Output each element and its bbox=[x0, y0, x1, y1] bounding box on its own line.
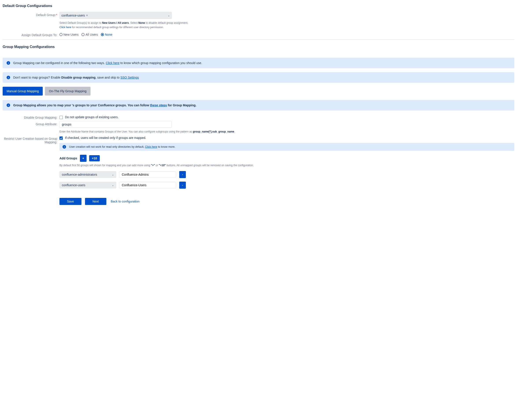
radio-icon bbox=[101, 33, 104, 36]
info-icon: i bbox=[7, 104, 10, 107]
disable-mapping-checkbox[interactable] bbox=[60, 116, 63, 119]
chevron-down-icon: ⌄ bbox=[112, 184, 114, 187]
radio-icon bbox=[60, 33, 62, 36]
radio-none[interactable]: None bbox=[101, 33, 112, 36]
info-icon: i bbox=[62, 145, 66, 149]
chevron-down-icon: ⌄ bbox=[112, 173, 114, 176]
add-group-plus-button[interactable]: + bbox=[80, 155, 87, 162]
mapping-row: confluence-users⌄- bbox=[60, 182, 514, 189]
tab-onthefly-mapping[interactable]: On-The Fly Group Mapping bbox=[45, 87, 90, 96]
disable-mapping-label: Disable Group Mapping: bbox=[3, 114, 60, 119]
banner-disable-mapping: i Don't want to map groups? Enable Disab… bbox=[3, 72, 514, 83]
restrict-info-link[interactable]: Click here bbox=[145, 145, 157, 148]
restrict-label: Restrict User Creation based on Group Ma… bbox=[3, 135, 60, 144]
back-to-config-link[interactable]: Back to configuration bbox=[110, 198, 140, 205]
assign-label: Assign Default Groups To: bbox=[3, 32, 60, 37]
remove-tag-icon[interactable]: ✕ bbox=[86, 14, 88, 17]
chevron-down-icon[interactable]: ⌄ bbox=[168, 14, 170, 17]
restrict-chk-label: If checked, users will be created only i… bbox=[65, 136, 146, 140]
remove-mapping-button[interactable]: - bbox=[179, 182, 186, 189]
default-group-label: Default Group:* bbox=[3, 12, 60, 17]
remove-mapping-button[interactable]: - bbox=[179, 171, 186, 178]
section-group-mapping-title: Group Mapping Configurations bbox=[3, 45, 514, 49]
these-steps-link[interactable]: these steps bbox=[150, 104, 167, 107]
group-attribute-input[interactable] bbox=[60, 121, 172, 128]
radio-all-users[interactable]: All Users bbox=[82, 33, 98, 36]
banner-mapping-ways-link[interactable]: Click here bbox=[106, 61, 119, 65]
disable-mapping-chk-label: Do not update groups of existing users. bbox=[65, 115, 119, 119]
radio-icon bbox=[82, 33, 84, 36]
restrict-info-banner: i User creation will not work for read o… bbox=[60, 143, 514, 151]
radio-new-users[interactable]: New Users bbox=[60, 33, 78, 36]
default-group-help-link[interactable]: Click here bbox=[60, 26, 71, 29]
banner-mapping-ways: i Group Mapping can be configured in one… bbox=[3, 58, 514, 68]
info-icon: i bbox=[7, 61, 10, 65]
add-groups-label: Add Groups bbox=[60, 157, 77, 160]
add-group-plus10-button[interactable]: +10 bbox=[89, 155, 100, 161]
default-group-help: Select Default Group(s) to assign to New… bbox=[60, 21, 514, 30]
group-attribute-help: Enter the Attribute Name that contains G… bbox=[60, 129, 514, 134]
mapping-target-input[interactable] bbox=[119, 171, 176, 178]
next-button[interactable]: Next bbox=[85, 198, 106, 205]
restrict-checkbox[interactable] bbox=[60, 136, 63, 140]
default-group-select[interactable]: confluence-users ✕ ⌄ bbox=[60, 12, 172, 19]
mapping-target-input[interactable] bbox=[119, 182, 176, 188]
section-default-group-title: Default Group Configurations bbox=[3, 4, 514, 8]
add-groups-help: By default first 50 groups will shown fo… bbox=[60, 163, 514, 167]
save-button[interactable]: Save bbox=[60, 198, 82, 205]
mapping-group-select[interactable]: confluence-users⌄ bbox=[60, 182, 116, 188]
mapping-row: confluence-administrators⌄- bbox=[60, 171, 514, 178]
banner-mapping-steps: i Group Mapping allows you to map your '… bbox=[3, 100, 514, 111]
info-icon: i bbox=[7, 76, 10, 79]
sso-settings-link[interactable]: SSO Settings bbox=[121, 76, 139, 79]
group-attribute-label: Group Attribute: bbox=[3, 121, 60, 126]
mapping-group-select[interactable]: confluence-administrators⌄ bbox=[60, 171, 116, 178]
tab-manual-mapping[interactable]: Manual Group Mapping bbox=[3, 87, 43, 96]
default-group-tag: confluence-users bbox=[61, 14, 85, 17]
